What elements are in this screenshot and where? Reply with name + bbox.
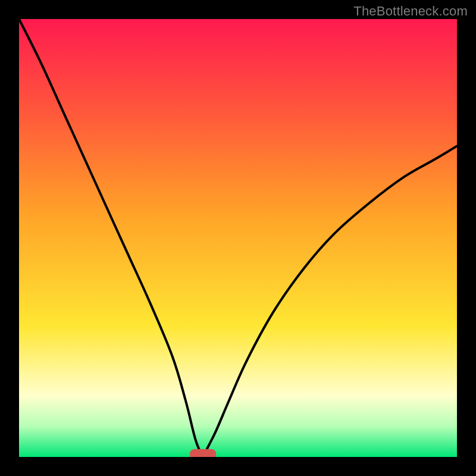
watermark-text: TheBottleneck.com — [353, 4, 468, 19]
chart-frame: TheBottleneck.com — [0, 0, 476, 476]
chart-svg — [19, 19, 457, 457]
plot-area — [19, 19, 457, 457]
optimum-marker — [190, 449, 216, 457]
gradient-background — [19, 19, 457, 457]
